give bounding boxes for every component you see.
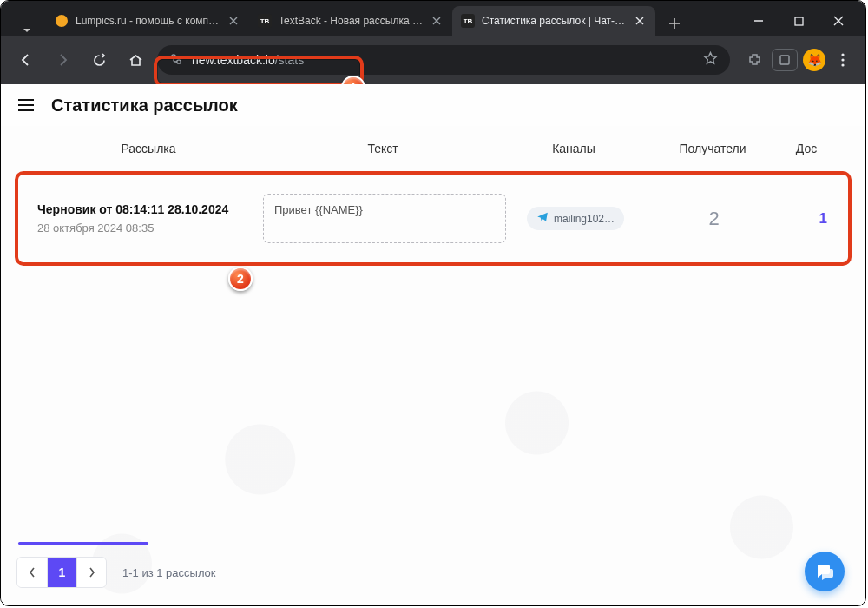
nav-forward[interactable] (48, 45, 77, 75)
tab-2[interactable]: TB Статистика рассылок | Чат-бо (452, 6, 655, 36)
page-title: Статистика рассылок (51, 96, 238, 116)
annotation-row-highlight: Черновик от 08:14:11 28.10.2024 28 октяб… (15, 171, 852, 266)
bookmark-star-icon[interactable] (703, 51, 718, 69)
pager-next[interactable] (76, 558, 106, 587)
close-icon[interactable] (633, 14, 647, 28)
pager-summary: 1-1 из 1 рассылок (122, 566, 216, 579)
url-text: new.textback.io/stats (192, 53, 694, 67)
col-campaign: Рассылка (36, 142, 261, 155)
svg-point-2 (177, 59, 181, 63)
close-icon[interactable] (430, 14, 444, 28)
message-preview: Привет {{NAME}} (263, 194, 506, 243)
tab-label: TextBack - Новая рассылка Te (279, 15, 423, 27)
new-tab-button[interactable] (662, 11, 687, 36)
campaign-title: Черновик от 08:14:11 28.10.2024 (37, 202, 263, 216)
window-close[interactable] (819, 6, 858, 36)
recipients-count: 2 (645, 208, 784, 230)
campaign-date: 28 октября 2024 08:35 (37, 221, 263, 235)
annotation-callout-2: 2 (228, 267, 253, 291)
delivered-count: 1 (784, 210, 829, 228)
tab-0[interactable]: Lumpics.ru - помощь с компью (46, 6, 249, 36)
svg-rect-3 (780, 56, 789, 64)
favicon-lumpics (55, 14, 69, 28)
close-icon[interactable] (227, 14, 240, 28)
pagination: 1 (16, 557, 107, 588)
channel-chip[interactable]: mailing102… (527, 207, 624, 230)
pager-page-1[interactable]: 1 (47, 558, 76, 587)
col-delivered: Дос (782, 142, 831, 155)
svg-point-1 (172, 54, 175, 57)
svg-point-5 (841, 58, 844, 61)
svg-rect-0 (795, 17, 803, 25)
url-bar[interactable]: new.textback.io/stats (157, 45, 730, 75)
profile-avatar[interactable]: 🦊 (803, 49, 825, 71)
tabs-dropdown[interactable] (8, 25, 46, 36)
tab-label: Lumpics.ru - помощь с компью (76, 15, 220, 27)
col-channels: Каналы (504, 142, 643, 155)
col-recipients: Получатели (643, 142, 782, 155)
nav-reload[interactable] (84, 45, 114, 75)
menu-icon[interactable] (16, 96, 36, 115)
window-maximize[interactable] (779, 6, 819, 36)
favicon-textback: TB (461, 14, 475, 28)
tab-1[interactable]: TB TextBack - Новая рассылка Te (249, 6, 452, 36)
favicon-textback: TB (258, 14, 272, 28)
window-minimize[interactable] (739, 6, 779, 36)
extensions-icon[interactable] (742, 48, 766, 72)
scroll-indicator (18, 542, 148, 545)
browser-menu-icon[interactable] (831, 48, 855, 72)
chat-fab[interactable] (805, 552, 845, 591)
table-row[interactable]: Черновик от 08:14:11 28.10.2024 28 октяб… (18, 175, 848, 262)
nav-back[interactable] (11, 45, 41, 75)
telegram-icon (536, 211, 549, 226)
col-text: Текст (261, 142, 504, 155)
pager-prev[interactable] (17, 558, 47, 587)
site-info-icon[interactable] (169, 52, 183, 69)
svg-point-4 (841, 53, 844, 56)
tab-label: Статистика рассылок | Чат-бо (482, 15, 626, 27)
nav-home[interactable] (121, 45, 150, 75)
table-header: Рассылка Текст Каналы Получатели Дос (16, 126, 850, 171)
channel-label: mailing102… (554, 213, 615, 225)
svg-point-6 (841, 63, 844, 66)
extension-slot[interactable] (772, 49, 798, 71)
